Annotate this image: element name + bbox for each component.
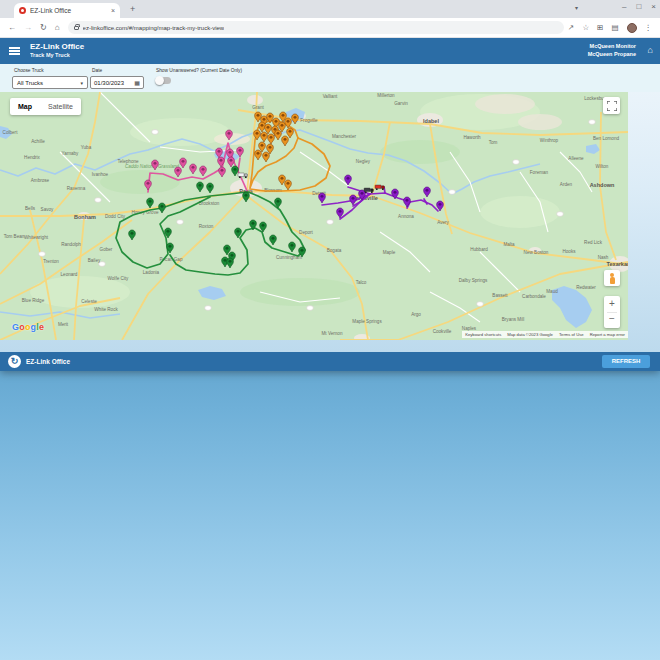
highway-shield-icon — [557, 212, 564, 217]
map-town-label: Achille — [31, 139, 45, 144]
map-town-label: Garvin — [394, 101, 408, 106]
map-town-label: Tom — [489, 140, 498, 145]
map-canvas[interactable]: ValliantMillertonGarvinGrantFrogvilleIda… — [0, 92, 628, 340]
filter-bar: Choose Truck All Trucks ▾ Date 01/30/202… — [0, 64, 660, 92]
truck-select-value: All Trucks — [17, 80, 43, 86]
map-town-label: Dalby Springs — [459, 278, 488, 283]
map-town-label: Randolph — [61, 242, 81, 247]
attribution-link[interactable]: Report a map error — [587, 331, 628, 338]
app-page: EZ-Link Office Track My Truck McQueen Mo… — [0, 38, 660, 371]
account-monitor: McQueen Monitor — [588, 43, 636, 51]
window-close-button[interactable]: × — [651, 2, 656, 11]
lock-icon — [74, 26, 79, 30]
map-town-label: Manchester — [332, 134, 356, 139]
extensions-icon[interactable]: ⊞ — [597, 23, 603, 32]
satellite-view-button[interactable]: Satellite — [40, 103, 81, 110]
map-town-label: New Boston — [524, 250, 549, 255]
calendar-icon: ▦ — [134, 79, 140, 86]
refresh-button[interactable]: REFRESH — [602, 355, 650, 368]
map-town-label: Bailey — [88, 258, 101, 263]
map-town-label: Idabel — [423, 118, 439, 124]
highway-shield-icon — [39, 252, 46, 257]
share-icon[interactable]: ↗ — [568, 23, 574, 32]
unanswered-toggle[interactable] — [156, 77, 171, 84]
highway-shield-icon — [589, 120, 596, 125]
truck-select[interactable]: All Trucks ▾ — [12, 76, 88, 89]
window-minimize-button[interactable]: – — [622, 2, 626, 11]
browser-tab-bar: EZ-Link Office × + ▾ – □ × — [0, 0, 660, 18]
map-town-label: Alleene — [568, 156, 584, 161]
map-town-label: Whitewright — [24, 235, 49, 240]
map-town-label: Bogata — [327, 248, 342, 253]
side-panel-icon[interactable]: ▤ — [611, 23, 618, 32]
attribution-link[interactable]: Terms of Use — [556, 331, 587, 338]
map-town-label: Haworth — [463, 135, 481, 140]
terrain-patch — [480, 196, 560, 228]
map-town-label: Yuba — [81, 145, 92, 150]
profile-avatar[interactable] — [627, 23, 637, 33]
map-town-label: Ashdown — [590, 182, 615, 188]
tab-search-caret-icon[interactable]: ▾ — [575, 4, 578, 11]
map-town-label: Leonard — [61, 272, 78, 277]
highway-shield-icon — [205, 306, 212, 311]
map-town-label: Argo — [411, 312, 421, 317]
highway-shield-icon — [449, 190, 456, 195]
map-town-label: Hooks — [562, 249, 576, 254]
date-value: 01/30/2023 — [94, 80, 124, 86]
map-town-label: Bryans Mill — [502, 317, 524, 322]
date-field[interactable]: 01/30/2023 ▦ — [90, 76, 144, 89]
map-town-label: Texarkana — [607, 261, 628, 267]
map-town-label: Talco — [356, 280, 367, 285]
map-town-label: Winthrop — [540, 138, 559, 143]
map-town-label: Maple — [383, 250, 396, 255]
app-header: EZ-Link Office Track My Truck McQueen Mo… — [0, 38, 660, 64]
home-icon[interactable]: ⌂ — [55, 23, 60, 32]
map-town-label: Millerton — [377, 93, 395, 98]
map-town-label: Ladonia — [143, 270, 160, 275]
map-town-label: Ambrose — [31, 178, 50, 183]
hamburger-menu-icon[interactable] — [9, 47, 20, 55]
map-town-label: Trenton — [43, 259, 59, 264]
map-view-button[interactable]: Map — [10, 103, 40, 110]
highway-shield-icon — [327, 220, 334, 225]
map-town-label: Hendrix — [24, 155, 41, 160]
fullscreen-icon — [607, 101, 617, 111]
map-town-label: Bassett — [492, 293, 508, 298]
zoom-out-button[interactable]: − — [604, 311, 620, 327]
map-town-label: Nash — [598, 255, 609, 260]
reload-icon[interactable]: ↻ — [40, 23, 47, 32]
map-town-label: Wolfe City — [108, 276, 130, 281]
app-home-icon[interactable]: ⌂ — [648, 45, 653, 55]
google-logo[interactable]: Google — [12, 322, 44, 332]
chevron-down-icon: ▾ — [80, 80, 83, 86]
map-town-label: Arden — [560, 182, 573, 187]
address-bar[interactable]: ez-linkoffice.com/#/mapping/map-track-my… — [68, 21, 564, 34]
window-maximize-button[interactable]: □ — [636, 2, 641, 11]
map-town-label: Cookville — [433, 329, 452, 334]
fullscreen-button[interactable] — [603, 97, 620, 114]
browser-menu-icon[interactable]: ⋮ — [645, 23, 653, 32]
map-town-label: Merit — [58, 322, 69, 327]
map-town-label: Dodd City — [105, 214, 126, 219]
map-town-label: Frogville — [300, 118, 318, 123]
map-town-label: Maple Springs — [352, 319, 382, 324]
pegman-streetview-control[interactable] — [604, 270, 620, 286]
back-icon[interactable]: ← — [8, 23, 16, 32]
map-town-label: Negley — [356, 159, 371, 164]
map-town-label: Annona — [398, 214, 414, 219]
map-attribution: Keyboard shortcutsMap data ©2023 GoogleT… — [462, 331, 628, 338]
map-town-label: Celeste — [81, 299, 97, 304]
forward-icon[interactable]: → — [24, 23, 32, 32]
terrain-patch — [130, 118, 230, 146]
bookmark-star-icon[interactable]: ☆ — [582, 23, 589, 32]
new-tab-button[interactable]: + — [130, 4, 135, 14]
map-town-label: Redwater — [576, 285, 596, 290]
tab-close-icon[interactable]: × — [111, 7, 115, 14]
attribution-link[interactable]: Keyboard shortcuts — [462, 331, 504, 338]
ezlink-logo: ↻ — [8, 355, 21, 368]
attribution-link[interactable]: Map data ©2023 Google — [504, 331, 556, 338]
map-town-label: Ravenna — [67, 186, 86, 191]
zoom-in-button[interactable]: + — [604, 296, 620, 312]
map-town-label: Red Lick — [584, 240, 603, 245]
browser-tab[interactable]: EZ-Link Office × — [14, 3, 120, 18]
